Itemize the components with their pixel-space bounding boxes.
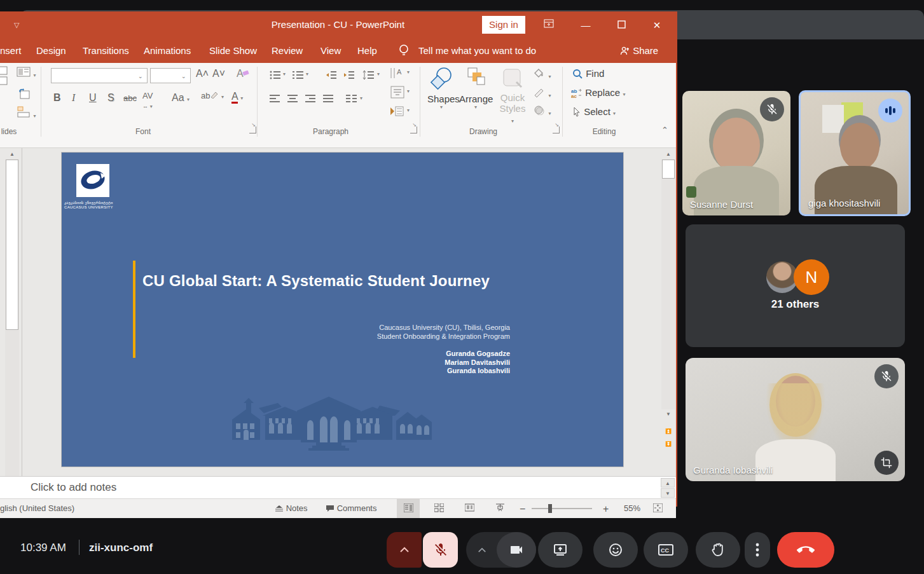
tab-slide-show[interactable]: Slide Show bbox=[209, 45, 257, 56]
zoom-percent[interactable]: 55% bbox=[624, 503, 640, 513]
slide-sorter-view-button[interactable] bbox=[427, 499, 450, 518]
participant-tile-giga[interactable]: giga khositashvili bbox=[799, 90, 911, 216]
shrink-font-icon[interactable]: A˅ bbox=[212, 68, 225, 79]
crop-badge[interactable] bbox=[874, 451, 899, 475]
italic-button[interactable]: I bbox=[72, 92, 75, 104]
zoom-slider[interactable] bbox=[532, 508, 592, 509]
zoom-in-icon[interactable]: + bbox=[603, 503, 609, 515]
pane-divider[interactable] bbox=[22, 148, 22, 498]
tab-transitions[interactable]: Transitions bbox=[83, 45, 129, 56]
tab-design[interactable]: Design bbox=[36, 45, 66, 56]
align-center-icon[interactable] bbox=[287, 95, 298, 103]
minimize-icon[interactable]: — bbox=[579, 18, 593, 32]
collapse-ribbon-icon[interactable]: ⌃ bbox=[661, 125, 668, 135]
columns-icon[interactable] bbox=[346, 95, 357, 103]
participant-tile-susanne[interactable]: Susanne Durst bbox=[682, 91, 790, 215]
slide-canvas[interactable]: კავკასიის უნივერსიტეტი CAUCASUS UNIVERSI… bbox=[62, 153, 623, 467]
align-right-icon[interactable] bbox=[305, 95, 315, 103]
slide-scrollbar[interactable]: ▲ ▼ bbox=[661, 149, 675, 419]
scroll-down-icon[interactable]: ▼ bbox=[661, 409, 675, 419]
shape-outline-icon[interactable]: ▾ bbox=[533, 87, 551, 100]
more-participants-tile[interactable]: N 21 others bbox=[686, 224, 905, 347]
tab-review[interactable]: Review bbox=[272, 45, 303, 56]
end-call-button[interactable] bbox=[777, 532, 834, 568]
mic-toggle-button[interactable] bbox=[423, 532, 458, 568]
highlight-color-button[interactable]: ab ▾ bbox=[201, 91, 224, 100]
font-size-combo[interactable]: ⌄ bbox=[150, 68, 191, 83]
reset-slide-button[interactable] bbox=[18, 88, 31, 102]
shape-effects-icon[interactable]: ▾ bbox=[533, 105, 551, 118]
change-case-button[interactable]: Aa ▾ bbox=[172, 92, 190, 104]
close-icon[interactable]: ✕ bbox=[650, 18, 664, 32]
scroll-up-icon[interactable]: ▲ bbox=[661, 149, 675, 159]
align-text-icon[interactable] bbox=[390, 86, 404, 99]
convert-smartart-icon[interactable] bbox=[388, 105, 404, 118]
scrollbar-thumb[interactable] bbox=[6, 160, 18, 330]
replace-button[interactable]: abac Replace ▾ bbox=[571, 87, 625, 98]
tab-insert[interactable]: nsert bbox=[0, 45, 21, 56]
slideshow-view-button[interactable] bbox=[488, 499, 511, 518]
underline-button[interactable]: U bbox=[89, 92, 97, 104]
language-status[interactable]: glish (United States) bbox=[0, 503, 74, 513]
sign-in-button[interactable]: Sign in bbox=[482, 16, 525, 34]
align-left-icon[interactable] bbox=[270, 95, 280, 103]
shape-fill-icon[interactable]: ▾ bbox=[533, 68, 551, 81]
tab-view[interactable]: View bbox=[321, 45, 341, 56]
scrollbar-thumb[interactable] bbox=[662, 160, 675, 179]
tell-me-input[interactable]: Tell me what you want to do bbox=[418, 45, 536, 56]
justify-icon[interactable] bbox=[323, 95, 333, 103]
fit-slide-to-window-icon[interactable] bbox=[647, 499, 668, 518]
font-name-combo[interactable]: ⌄ bbox=[51, 68, 148, 83]
select-button[interactable]: Select ▾ bbox=[572, 106, 616, 117]
zoom-out-icon[interactable]: − bbox=[520, 503, 525, 515]
participant-tile-guranda[interactable]: Guranda Iobashvili bbox=[686, 358, 905, 481]
shapes-button[interactable]: Shapes ▾ bbox=[427, 67, 455, 110]
camera-toggle-button[interactable] bbox=[497, 532, 536, 568]
comments-toggle[interactable]: Comments bbox=[326, 503, 376, 513]
slides-pane-scrollbar[interactable]: ▲ ▼ bbox=[5, 149, 19, 498]
character-spacing-button[interactable]: AV↔ ▾ bbox=[142, 91, 153, 110]
bullets-icon[interactable] bbox=[270, 71, 281, 79]
quick-styles-button[interactable]: Quick Styles ▾ bbox=[497, 67, 528, 125]
drawing-dialog-launcher[interactable] bbox=[553, 126, 560, 133]
reading-view-button[interactable] bbox=[458, 499, 481, 518]
more-options-button[interactable] bbox=[745, 532, 770, 568]
notes-scroll-down-icon[interactable]: ▼ bbox=[661, 488, 675, 498]
notes-toggle[interactable]: Notes bbox=[275, 503, 308, 513]
notes-panel[interactable]: Click to add notes ▲ ▼ bbox=[0, 476, 676, 498]
bold-button[interactable]: B bbox=[53, 92, 61, 104]
font-color-button[interactable]: A ▾ bbox=[231, 91, 243, 102]
reactions-button[interactable] bbox=[593, 532, 638, 568]
slide-layout-button[interactable]: ▾ bbox=[17, 67, 36, 79]
arrange-button[interactable]: Arrange ▾ bbox=[459, 67, 492, 110]
numbering-icon[interactable] bbox=[293, 71, 304, 79]
ribbon-display-options-icon[interactable] bbox=[542, 18, 556, 32]
increase-indent-icon[interactable] bbox=[343, 71, 355, 79]
notes-placeholder[interactable]: Click to add notes bbox=[31, 481, 116, 494]
grow-font-icon[interactable]: A˄ bbox=[196, 68, 209, 79]
new-slide-icon[interactable] bbox=[0, 65, 8, 87]
notes-scroll-up-icon[interactable]: ▲ bbox=[661, 478, 675, 488]
share-button[interactable]: Share bbox=[620, 45, 658, 56]
raise-hand-button[interactable] bbox=[696, 532, 740, 568]
maximize-icon[interactable] bbox=[614, 18, 628, 32]
slide-subtitle[interactable]: Caucasus University (CU), Tbilisi, Georg… bbox=[252, 323, 510, 341]
zoom-slider-thumb[interactable] bbox=[548, 504, 552, 513]
scroll-up-icon[interactable]: ▲ bbox=[5, 149, 19, 159]
next-slide-button[interactable]: ⏬ bbox=[661, 439, 675, 449]
captions-button[interactable]: CC bbox=[644, 532, 688, 568]
normal-view-button[interactable] bbox=[397, 499, 420, 518]
previous-slide-button[interactable]: ⏫ bbox=[661, 427, 675, 436]
slide-title[interactable]: CU Global Start: A Systematic Student Jo… bbox=[142, 272, 549, 290]
line-spacing-icon[interactable] bbox=[362, 71, 375, 79]
paragraph-dialog-launcher[interactable] bbox=[410, 126, 417, 133]
mic-options-chevron[interactable] bbox=[387, 532, 422, 568]
text-direction-icon[interactable]: A bbox=[389, 67, 406, 79]
find-button[interactable]: Find bbox=[572, 68, 604, 79]
tab-help[interactable]: Help bbox=[357, 45, 377, 56]
section-button[interactable]: ▾ bbox=[17, 106, 36, 120]
font-dialog-launcher[interactable] bbox=[249, 126, 256, 133]
clear-formatting-icon[interactable]: A bbox=[237, 68, 250, 79]
slide-authors[interactable]: Guranda Gogsadze Mariam Davitashvili Gur… bbox=[252, 350, 510, 376]
strikethrough-button[interactable]: abc bbox=[123, 93, 137, 103]
